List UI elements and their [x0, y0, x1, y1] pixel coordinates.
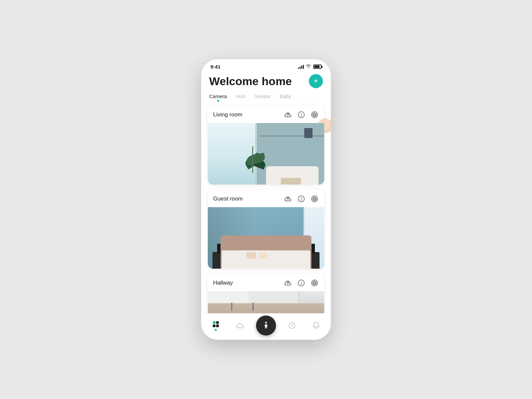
camera-feed-living-room[interactable]: [208, 123, 324, 185]
camera-card-guest-room: Guest room: [208, 190, 324, 269]
nav-item-bell[interactable]: [308, 317, 325, 334]
card-header-living-room: Living room: [208, 106, 324, 123]
card-icons-hallway: [284, 279, 319, 287]
cloud-icon: [236, 322, 244, 330]
signal-icon: [298, 65, 304, 69]
svg-point-9: [312, 196, 318, 202]
alert-icon-guest-room[interactable]: [297, 195, 306, 203]
tab-hub[interactable]: Hub: [236, 93, 245, 102]
svg-point-14: [301, 284, 301, 284]
camera-icon-guest-room[interactable]: [310, 195, 319, 203]
svg-point-22: [265, 322, 267, 323]
person-walking-icon: [262, 321, 270, 330]
nav-active-indicator: [215, 329, 217, 331]
alert-icon-living-room[interactable]: [297, 110, 306, 119]
battery-icon: [313, 65, 322, 69]
svg-rect-21: [216, 325, 219, 327]
nav-item-cloud[interactable]: [232, 317, 248, 334]
guest-room-scene: [208, 207, 324, 269]
room-name-living-room: Living room: [213, 111, 242, 118]
camera-icon-living-room[interactable]: [310, 110, 319, 119]
room-name-hallway: Hallway: [213, 280, 233, 286]
card-icons-living-room: [284, 110, 319, 119]
cloud-upload-icon-living-room[interactable]: [284, 110, 292, 119]
wifi-icon: [306, 64, 311, 69]
svg-point-4: [314, 114, 316, 116]
svg-point-8: [301, 200, 301, 200]
status-bar: 9:41: [201, 59, 331, 71]
camera-card-living-room: Living room: [208, 106, 324, 185]
card-icons-guest-room: [284, 195, 319, 203]
nav-center-button[interactable]: [256, 316, 276, 335]
status-time: 9:41: [210, 64, 220, 69]
page-title: Welcome home: [209, 75, 292, 88]
svg-point-3: [312, 112, 318, 118]
tab-sensor[interactable]: Sensor: [255, 93, 271, 102]
svg-rect-20: [213, 325, 215, 327]
compass-icon: [288, 322, 296, 330]
content-scroll[interactable]: Living room: [201, 102, 331, 340]
camera-feed-guest-room[interactable]: [208, 207, 324, 269]
bottom-nav: [201, 313, 331, 340]
svg-point-16: [314, 282, 316, 284]
card-header-hallway: Hallway: [208, 274, 324, 291]
phone-frame: 9:41 Welcome home +: [201, 59, 331, 340]
living-room-scene: [208, 123, 324, 185]
tab-camera[interactable]: Camera: [209, 93, 227, 102]
card-header-guest-room: Guest room: [208, 190, 324, 207]
nav-item-compass[interactable]: [284, 317, 300, 334]
grid-icon: [212, 320, 220, 328]
svg-point-17: [313, 281, 317, 285]
nav-item-home[interactable]: [207, 317, 224, 334]
plus-icon: +: [314, 77, 318, 85]
bell-icon: [312, 322, 320, 330]
add-button[interactable]: +: [309, 74, 323, 88]
svg-point-11: [313, 197, 317, 201]
tabs-container: Camera Hub Sensor Baby: [201, 93, 331, 102]
svg-point-15: [312, 280, 318, 286]
svg-rect-18: [213, 321, 215, 324]
camera-icon-hallway[interactable]: [310, 279, 319, 287]
svg-rect-19: [216, 321, 219, 324]
cloud-upload-icon-hallway[interactable]: [284, 279, 292, 287]
tab-baby[interactable]: Baby: [280, 93, 291, 102]
svg-point-5: [313, 113, 317, 117]
cloud-upload-icon-guest-room[interactable]: [284, 195, 292, 203]
alert-icon-hallway[interactable]: [297, 279, 306, 287]
svg-point-10: [314, 198, 316, 200]
status-icons: [298, 64, 322, 69]
room-name-guest-room: Guest room: [213, 196, 243, 202]
header: Welcome home +: [201, 71, 331, 93]
svg-point-2: [301, 116, 301, 116]
